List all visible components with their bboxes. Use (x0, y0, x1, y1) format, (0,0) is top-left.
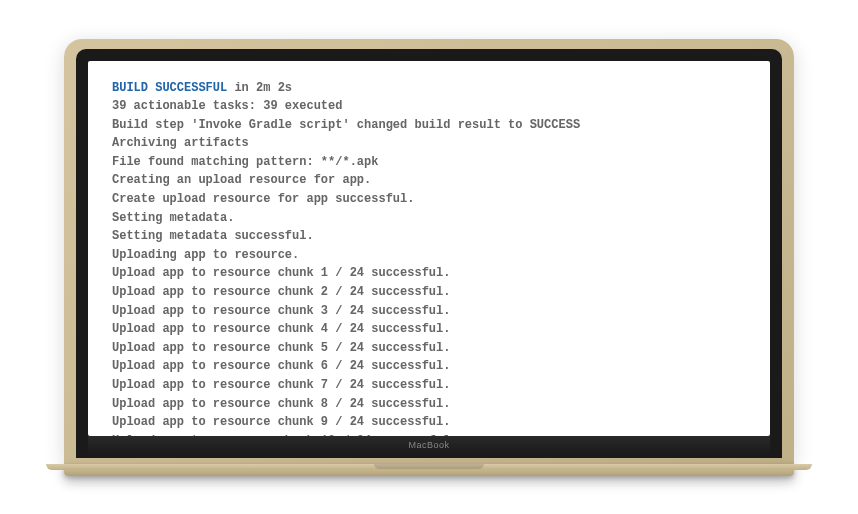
log-line: Upload app to resource chunk 2 / 24 succ… (112, 283, 746, 302)
build-status-line: BUILD SUCCESSFUL in 2m 2s (112, 79, 746, 98)
log-line: Upload app to resource chunk 4 / 24 succ… (112, 320, 746, 339)
build-time: 2m 2s (256, 81, 292, 95)
log-line: Upload app to resource chunk 3 / 24 succ… (112, 302, 746, 321)
log-line: Upload app to resource chunk 8 / 24 succ… (112, 395, 746, 414)
build-status-text: BUILD SUCCESSFUL (112, 81, 227, 95)
log-line: Build step 'Invoke Gradle script' change… (112, 116, 746, 135)
laptop-hinge-label: MacBook (88, 436, 770, 454)
build-time-prefix: in (227, 81, 256, 95)
log-line: Upload app to resource chunk 5 / 24 succ… (112, 339, 746, 358)
laptop-lid: BUILD SUCCESSFUL in 2m 2s 39 actionable … (64, 39, 794, 464)
log-line: Setting metadata successful. (112, 227, 746, 246)
laptop-mockup: BUILD SUCCESSFUL in 2m 2s 39 actionable … (64, 39, 794, 476)
log-lines-container: 39 actionable tasks: 39 executedBuild st… (112, 97, 746, 435)
log-line: Setting metadata. (112, 209, 746, 228)
log-line: File found matching pattern: **/*.apk (112, 153, 746, 172)
screen-bezel: BUILD SUCCESSFUL in 2m 2s 39 actionable … (76, 49, 782, 458)
log-line: Upload app to resource chunk 6 / 24 succ… (112, 357, 746, 376)
laptop-base (64, 464, 794, 476)
screen-content: BUILD SUCCESSFUL in 2m 2s 39 actionable … (88, 61, 770, 436)
log-line: Uploading app to resource. (112, 246, 746, 265)
log-line: Create upload resource for app successfu… (112, 190, 746, 209)
log-line: Creating an upload resource for app. (112, 171, 746, 190)
log-line: Archiving artifacts (112, 134, 746, 153)
log-line: Upload app to resource chunk 9 / 24 succ… (112, 413, 746, 432)
log-line: Upload app to resource chunk 7 / 24 succ… (112, 376, 746, 395)
log-line: Upload app to resource chunk 1 / 24 succ… (112, 264, 746, 283)
console-output: BUILD SUCCESSFUL in 2m 2s 39 actionable … (112, 79, 746, 436)
log-line: 39 actionable tasks: 39 executed (112, 97, 746, 116)
